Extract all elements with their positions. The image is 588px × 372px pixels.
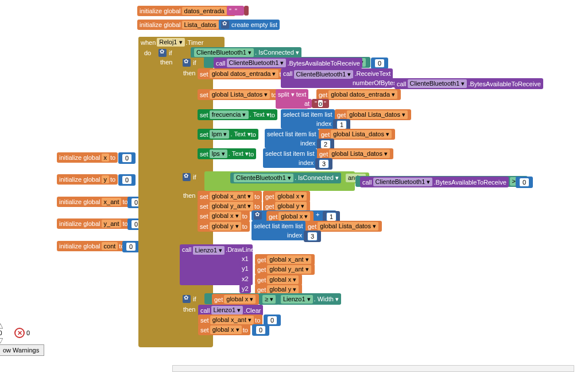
call-bytes-2[interactable]: call ClienteBluetooth1 ▾ .BytesAvailable… [394,78,543,89]
set-x-inc[interactable]: set global x ▾ to [198,210,250,221]
split-at-o[interactable]: "o" [312,99,329,108]
lienzo-width[interactable]: Lienzo1 ▾. Width ▾ [277,294,341,305]
then-2: then [181,68,198,78]
set-lista-datos[interactable]: set global Lista_datos ▾ to [198,89,279,100]
set-lps[interactable]: set lps ▾. Text ▾ to [198,148,256,159]
if-1[interactable]: if [156,48,175,58]
y2-label: y2 [239,284,251,293]
set-lpm[interactable]: set lpm ▾. Text ▾ to [198,129,258,140]
index-label-1: index [314,119,334,128]
empty-string-end [244,6,249,16]
set-x-zero[interactable]: set global x ▾ to [198,324,250,335]
zero-1[interactable]: 0 [371,57,388,69]
val-y[interactable]: 0 [118,174,136,186]
numberofbytes-label: numberOfBytes [350,78,399,87]
status-bar: △ 0 ▽ ✕ 0 [0,321,30,344]
get-x-ge[interactable]: get global x ▾ [212,294,259,305]
init-xant[interactable]: initialize global x_ant to [57,197,130,207]
call-bytes-1[interactable]: call ClienteBluetooth1 ▾ .BytesAvailable… [214,57,362,68]
index-label-3: index [296,158,316,167]
h-scrollbar[interactable] [172,365,574,372]
x1-label: x1 [239,254,251,263]
if-4[interactable]: if [180,294,199,304]
init-y[interactable]: initialize global y to [57,174,118,185]
plus-op: + [314,211,322,218]
if-2[interactable]: if [180,57,199,68]
init-cont[interactable]: initialize global cont to [57,241,127,251]
call-bytes-3[interactable]: call ClienteBluetooth1 ▾ .BytesAvailable… [360,177,509,187]
ge-op: ≥ ▾ [259,294,279,305]
x2-label: x2 [239,274,251,283]
zero-2[interactable]: 0 [516,177,533,188]
empty-string[interactable]: " " [227,6,244,16]
init-datos-entrada[interactable]: initialize global datos_entrada to [137,6,235,16]
split-at: at [302,99,312,108]
bt-isconnected-2[interactable]: ClienteBluetooth1 ▾. IsConnected ▾ [230,172,341,183]
then-1: then [158,57,175,67]
index-4[interactable]: 3 [304,231,321,242]
index-label-2: index [298,139,318,148]
when-timer[interactable]: when Reloj1 ▾ .Timer [138,37,225,48]
create-empty-list[interactable]: create empty list [219,20,280,30]
get-yant-dl[interactable]: get global y_ant ▾ [255,264,315,275]
get-datos-entrada[interactable]: get global datos_entrada ▾ [316,89,401,100]
val-cont[interactable]: 0 [122,241,140,252]
then-4: then [181,305,198,314]
if-3[interactable]: if [180,172,199,182]
init-yant[interactable]: initialize global y_ant to [57,218,130,229]
show-warnings-button[interactable]: ow Warnings [0,344,44,356]
set-frecuencia[interactable]: set frecuencia ▾. Text ▾ to [198,109,277,120]
val-x[interactable]: 0 [118,152,136,164]
init-lista-datos[interactable]: initialize global Lista_datos to [137,20,227,30]
nav-arrows[interactable]: △ 0 ▽ [0,321,3,344]
set-datos-entrada[interactable]: set global datos_entrada ▾ to [198,68,287,79]
index-3[interactable]: 3 [315,158,332,170]
do-label: do [142,48,153,57]
then-3: then [181,191,198,200]
zero-4[interactable]: 0 [252,324,269,336]
set-y-sel[interactable]: set global y ▾ to [198,221,250,232]
error-indicator[interactable]: ✕ 0 [14,328,30,338]
y1-label: y1 [239,264,251,273]
index-label-4: index [285,231,304,240]
init-x[interactable]: initialize global x to [57,152,118,163]
